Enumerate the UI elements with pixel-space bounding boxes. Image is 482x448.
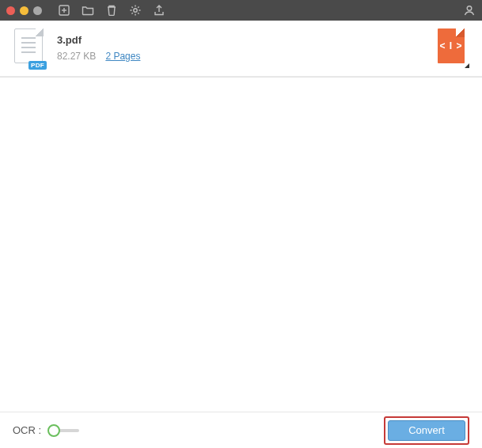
ocr-toggle[interactable] bbox=[47, 424, 79, 437]
convert-button-label: Convert bbox=[408, 424, 445, 436]
file-size: 82.27 KB bbox=[57, 51, 96, 62]
app-window: PDF 3.pdf 82.27 KB 2 Pages < I > OCR : bbox=[0, 0, 482, 448]
zoom-window-button[interactable] bbox=[33, 6, 42, 15]
file-list: PDF 3.pdf 82.27 KB 2 Pages < I > bbox=[0, 21, 482, 78]
footer: OCR : Convert bbox=[0, 412, 482, 448]
convert-highlight: Convert bbox=[384, 416, 469, 445]
dropdown-indicator-icon bbox=[465, 63, 469, 68]
add-file-icon[interactable] bbox=[58, 4, 70, 17]
close-window-button[interactable] bbox=[6, 6, 15, 15]
file-meta: 3.pdf 82.27 KB 2 Pages bbox=[57, 34, 140, 62]
convert-button[interactable]: Convert bbox=[388, 420, 465, 441]
minimize-window-button[interactable] bbox=[20, 6, 28, 15]
ocr-label: OCR : bbox=[13, 424, 41, 436]
toolbar-icons bbox=[58, 4, 165, 17]
gear-icon[interactable] bbox=[129, 4, 142, 17]
output-format-button[interactable]: < I > bbox=[438, 28, 468, 66]
share-icon[interactable] bbox=[153, 4, 165, 17]
output-format-icon: < I > bbox=[438, 28, 465, 63]
output-format-symbol: < I > bbox=[439, 40, 462, 51]
trash-icon[interactable] bbox=[105, 4, 118, 17]
pages-link[interactable]: 2 Pages bbox=[105, 51, 140, 62]
open-folder-icon[interactable] bbox=[82, 4, 94, 17]
pdf-badge: PDF bbox=[28, 61, 47, 70]
account-icon[interactable] bbox=[463, 4, 476, 17]
file-name: 3.pdf bbox=[57, 34, 140, 46]
window-controls bbox=[6, 6, 42, 15]
titlebar bbox=[0, 0, 482, 21]
content-area bbox=[0, 78, 482, 412]
svg-point-4 bbox=[467, 6, 472, 11]
svg-point-3 bbox=[134, 9, 137, 12]
file-row[interactable]: PDF 3.pdf 82.27 KB 2 Pages < I > bbox=[0, 21, 482, 77]
pdf-file-icon: PDF bbox=[14, 28, 46, 66]
